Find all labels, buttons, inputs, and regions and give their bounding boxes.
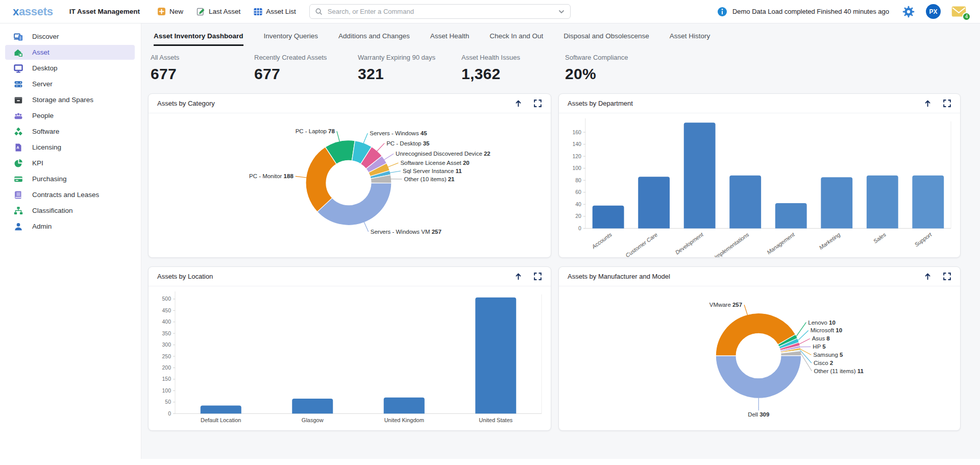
plus-icon [157, 7, 166, 16]
export-up-arrow-icon[interactable] [514, 99, 523, 108]
svg-text:Unrecognised Discovered Device: Unrecognised Discovered Device 22 [396, 151, 491, 157]
logo-assets: assets [19, 5, 53, 18]
svg-text:Servers - Windows VM 257: Servers - Windows VM 257 [371, 229, 442, 235]
sidebar-item-software[interactable]: Software [5, 124, 135, 139]
sidebar-item-purchasing[interactable]: Purchasing [5, 172, 135, 186]
mail-icon[interactable]: 4 [951, 5, 967, 18]
stat-asset-health-issues: Asset Health Issues1,362 [461, 54, 565, 83]
search-box[interactable] [309, 4, 571, 19]
svg-text:Lenovo 10: Lenovo 10 [808, 320, 836, 326]
sidebar-item-storage-and-spares[interactable]: Storage and Spares [5, 92, 135, 107]
card-title: Assets by Manufacturer and Model [568, 273, 670, 280]
admin-icon [14, 222, 23, 231]
sidebar-item-discover[interactable]: Discover [5, 29, 135, 44]
desktop-icon [14, 64, 23, 73]
tab-check-in-and-out[interactable]: Check In and Out [489, 32, 543, 46]
tab-additions-and-changes[interactable]: Additions and Changes [338, 32, 410, 46]
svg-text:140: 140 [572, 141, 581, 147]
sidebar-item-server[interactable]: Server [5, 77, 135, 91]
svg-text:Accounts: Accounts [590, 231, 613, 250]
expand-icon[interactable] [533, 99, 542, 108]
info-icon [717, 7, 727, 17]
tab-disposal-and-obsolescense[interactable]: Disposal and Obsolescense [564, 32, 649, 46]
stats-row: All Assets677Recently Created Assets677W… [151, 54, 980, 83]
expand-icon[interactable] [943, 99, 951, 108]
svg-text:PC - Laptop 78: PC - Laptop 78 [296, 128, 335, 134]
tab-inventory-queries[interactable]: Inventory Queries [264, 32, 318, 46]
header-actions: NewLast AssetAsset List [157, 7, 296, 16]
sidebar-item-contracts-and-leases[interactable]: Contracts and Leases [5, 187, 135, 202]
sidebar-item-asset[interactable]: Asset [5, 45, 135, 60]
svg-text:VMware 257: VMware 257 [709, 302, 742, 308]
chevron-down-icon[interactable] [558, 8, 565, 15]
search-input[interactable] [327, 7, 554, 16]
svg-text:Servers - Windows 45: Servers - Windows 45 [370, 130, 427, 136]
asset-icon [14, 48, 23, 57]
notification-text: Demo Data Load completed Finished 40 min… [732, 8, 889, 15]
stat-software-compliance: Software Compliance20% [565, 54, 669, 83]
export-up-arrow-icon[interactable] [923, 99, 932, 108]
svg-text:Glasgow: Glasgow [302, 417, 324, 423]
app-header: xassets IT Asset Management NewLast Asse… [0, 0, 980, 23]
people-icon [14, 111, 23, 120]
svg-text:350: 350 [162, 331, 171, 336]
svg-text:Customer Care: Customer Care [624, 231, 658, 258]
svg-text:Other (11 items) 11: Other (11 items) 11 [814, 368, 864, 374]
card-assets-by-location: Assets by Location 050100150200250300350… [148, 266, 551, 431]
svg-text:Dell 309: Dell 309 [748, 411, 769, 418]
svg-text:Microsoft 10: Microsoft 10 [811, 328, 842, 334]
sidebar-item-classification[interactable]: Classification [5, 203, 135, 218]
settings-gear-icon[interactable] [902, 6, 915, 18]
stat-recently-created-assets: Recently Created Assets677 [254, 54, 358, 83]
contracts-icon [14, 190, 23, 200]
edit-icon [197, 7, 205, 16]
svg-text:160: 160 [572, 130, 581, 135]
export-up-arrow-icon[interactable] [923, 272, 932, 281]
assets-by-location-bar-chart: 050100150200250300350400450500Default Lo… [149, 286, 551, 431]
sidebar-item-kpi[interactable]: KPI [5, 156, 135, 170]
kpi-icon [14, 159, 23, 168]
tab-asset-health[interactable]: Asset Health [430, 32, 470, 46]
svg-text:Sales: Sales [872, 231, 888, 244]
asset-list-button[interactable]: Asset List [254, 7, 296, 16]
card-assets-by-manufacturer: Assets by Manufacturer and Model VMware … [558, 266, 961, 431]
action-label: Last Asset [209, 8, 240, 15]
expand-icon[interactable] [533, 272, 542, 281]
svg-text:United Kingdom: United Kingdom [384, 417, 424, 423]
tab-asset-inventory-dashboard[interactable]: Asset Inventory Dashboard [154, 32, 243, 46]
last-asset-button[interactable]: Last Asset [197, 7, 240, 16]
notification-area[interactable]: Demo Data Load completed Finished 40 min… [717, 7, 889, 17]
stat-label: Warranty Expiring 90 days [358, 54, 461, 61]
svg-text:PC - Monitor 188: PC - Monitor 188 [249, 173, 293, 179]
sidebar-item-desktop[interactable]: Desktop [5, 61, 135, 76]
sidebar-item-label: Storage and Spares [32, 96, 93, 104]
sidebar-item-label: Asset [32, 48, 50, 56]
sidebar-item-label: Admin [32, 223, 52, 230]
sidebar-item-people[interactable]: People [5, 108, 135, 123]
action-label: New [169, 8, 183, 15]
svg-text:HP 5: HP 5 [813, 344, 826, 350]
assets-by-manufacturer-donut-chart: VMware 257Lenovo 10Microsoft 10Asus 8HP … [559, 286, 960, 431]
sidebar-item-admin[interactable]: Admin [5, 219, 135, 234]
svg-text:450: 450 [162, 308, 171, 313]
page-bottom-strip [0, 459, 980, 465]
sidebar: DiscoverAssetDesktopServerStorage and Sp… [0, 23, 141, 465]
svg-text:Support: Support [913, 231, 933, 248]
card-title: Assets by Department [568, 100, 633, 107]
export-up-arrow-icon[interactable] [514, 272, 523, 281]
sidebar-item-licensing[interactable]: Licensing [5, 140, 135, 155]
svg-text:Cisco 2: Cisco 2 [814, 360, 833, 366]
mail-badge: 4 [962, 12, 971, 21]
app-logo[interactable]: xassets [13, 5, 53, 18]
avatar[interactable]: PX [926, 4, 941, 19]
sidebar-item-label: Contracts and Leases [32, 191, 99, 199]
svg-text:Samsung 5: Samsung 5 [813, 352, 843, 358]
svg-text:120: 120 [572, 154, 581, 159]
svg-text:0: 0 [578, 226, 581, 231]
expand-icon[interactable] [943, 272, 951, 281]
stat-label: Recently Created Assets [254, 54, 358, 61]
tab-asset-history[interactable]: Asset History [670, 32, 710, 46]
stat-label: Software Compliance [565, 54, 669, 61]
dashboard-grid: Assets by Category PC - Laptop 78Servers… [148, 93, 961, 431]
new-button[interactable]: New [157, 7, 183, 16]
